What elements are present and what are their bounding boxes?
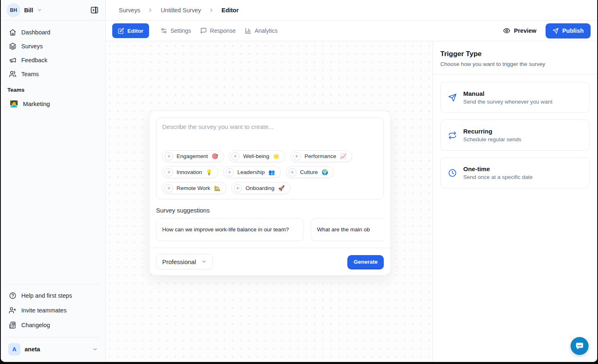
chevron-down-icon	[92, 346, 98, 352]
team-label: Marketing	[23, 100, 50, 107]
chat-bubble-icon	[575, 341, 584, 351]
workspace-header: BH Bill	[1, 0, 106, 20]
trigger-option-description: Schedule regular sends	[463, 136, 521, 142]
topic-chip-label: Innovation	[177, 169, 202, 175]
topic-chip-leadership[interactable]: Leadership 👥	[223, 166, 281, 178]
topic-chip-list: Engagement 🎯 Well-being 🌟	[162, 150, 378, 194]
sidebar-item-teams[interactable]: Teams	[6, 67, 100, 81]
account-avatar: A	[8, 343, 20, 355]
sidebar-collapse-button[interactable]	[89, 5, 100, 16]
tone-select[interactable]: Professional	[156, 254, 213, 269]
user-plus-icon	[9, 307, 16, 314]
topic-chip-label: Well-being	[243, 153, 270, 159]
topic-chip-performance[interactable]: Performance 📈	[290, 150, 353, 162]
tab-label: Analytics	[255, 27, 278, 34]
topic-chip-wellbeing[interactable]: Well-being 🌟	[229, 150, 285, 162]
sidebar-item-label: Feedback	[21, 57, 48, 63]
plus-icon	[165, 184, 173, 192]
sidebar-team-marketing[interactable]: 🧑‍💻 Marketing	[6, 96, 100, 111]
topic-chip-label: Onboarding	[246, 185, 275, 191]
sidebar-item-changelog[interactable]: Changelog	[6, 318, 100, 332]
sidebar-item-label: Invite teammates	[21, 307, 66, 314]
sidebar-item-label: Changelog	[21, 322, 50, 328]
plus-icon	[165, 152, 173, 161]
topic-chip-culture[interactable]: Culture 🌍	[286, 166, 334, 178]
sidebar-item-label: Dashboard	[21, 29, 50, 36]
send-icon	[448, 93, 457, 102]
sidebar-item-dashboard[interactable]: Dashboard	[6, 25, 100, 39]
sidebar-item-surveys[interactable]: Surveys	[6, 39, 100, 53]
layers-icon	[9, 43, 16, 50]
tab-label: Response	[210, 27, 236, 34]
trigger-option-one-time[interactable]: One-time Send once at a specific date	[440, 157, 590, 188]
tab-analytics[interactable]: Analytics	[245, 27, 278, 34]
generate-button[interactable]: Generate	[347, 255, 384, 269]
breadcrumb-surveys[interactable]: Surveys	[119, 7, 140, 14]
tone-selected-value: Professional	[162, 258, 196, 265]
topic-chip-emoji: 💡	[206, 169, 212, 175]
sidebar: Dashboard Surveys Feedback Teams	[1, 20, 106, 362]
megaphone-icon	[9, 57, 16, 64]
suggestion-card[interactable]: How can we improve work-life balance in …	[156, 218, 304, 241]
teams-section-label: Teams	[6, 81, 100, 96]
plus-icon	[165, 168, 173, 176]
repeat-icon	[448, 131, 457, 140]
tab-label: Editor	[127, 28, 143, 34]
eye-icon	[503, 27, 510, 34]
prompt-box: Engagement 🎯 Well-being 🌟	[156, 118, 384, 199]
survey-prompt-input[interactable]	[162, 123, 378, 150]
chat-launcher-button[interactable]	[571, 337, 589, 355]
suggestion-card[interactable]: What are the main ob	[311, 218, 384, 241]
trigger-option-title: One-time	[463, 165, 533, 172]
trigger-type-panel: Trigger Type Choose how you want to trig…	[433, 41, 597, 362]
topic-chip-emoji: 🎯	[212, 153, 218, 159]
publish-button[interactable]: Publish	[546, 23, 591, 38]
sidebar-item-help[interactable]: Help and first steps	[6, 289, 100, 303]
topic-chip-label: Remote Work	[177, 185, 210, 191]
tab-settings[interactable]: Settings	[161, 27, 191, 34]
chevron-right-icon	[208, 7, 214, 13]
breadcrumb-survey-name[interactable]: Untitled Survey	[161, 7, 201, 14]
preview-label: Preview	[514, 27, 537, 34]
trigger-option-description: Send once at a specific date	[463, 174, 533, 180]
sidebar-item-invite[interactable]: Invite teammates	[6, 303, 100, 317]
tab-editor[interactable]: Editor	[112, 23, 149, 38]
suggestions-list: How can we improve work-life balance in …	[156, 218, 384, 241]
tab-response[interactable]: Response	[200, 27, 236, 34]
trigger-option-manual[interactable]: Manual Send the survey whenever you want	[440, 82, 590, 113]
editor-canvas: Engagement 🎯 Well-being 🌟	[106, 41, 433, 362]
divider	[7, 337, 100, 337]
plus-icon	[226, 168, 234, 176]
top-bar: BH Bill Surveys Untitled Survey Editor	[1, 0, 597, 20]
pencil-square-icon	[118, 28, 124, 34]
preview-button[interactable]: Preview	[503, 27, 537, 34]
topic-chip-emoji: 👥	[268, 169, 275, 175]
tab-label: Settings	[170, 27, 191, 34]
trigger-option-recurring[interactable]: Recurring Schedule regular sends	[440, 120, 590, 151]
sidebar-item-label: Help and first steps	[21, 292, 72, 299]
account-name: aneta	[25, 346, 40, 353]
topic-chip-engagement[interactable]: Engagement 🎯	[162, 150, 224, 162]
sidebar-item-feedback[interactable]: Feedback	[6, 53, 100, 67]
generator-footer: Professional Generate	[150, 248, 390, 275]
trigger-option-description: Send the survey whenever you want	[463, 99, 553, 105]
sliders-icon	[161, 27, 167, 34]
workspace-name[interactable]: Bill	[24, 7, 33, 14]
account-menu[interactable]: A aneta	[6, 341, 100, 358]
trigger-option-title: Recurring	[463, 128, 521, 135]
help-circle-icon	[9, 292, 16, 299]
newspaper-icon	[9, 321, 16, 329]
topic-chip-onboarding[interactable]: Onboarding 🚀	[231, 182, 291, 194]
panel-title: Trigger Type	[440, 50, 590, 58]
topic-chip-innovation[interactable]: Innovation 💡	[162, 166, 218, 178]
message-square-icon	[200, 27, 207, 34]
topic-chip-label: Culture	[300, 169, 318, 175]
topic-chip-label: Engagement	[177, 153, 208, 159]
send-icon	[553, 28, 559, 34]
topic-chip-remote-work[interactable]: Remote Work 🏡	[162, 182, 227, 194]
bar-chart-icon	[245, 27, 251, 34]
plus-icon	[293, 152, 301, 161]
panel-collapse-icon	[90, 6, 99, 14]
publish-label: Publish	[562, 27, 584, 34]
sidebar-item-label: Teams	[21, 71, 39, 77]
